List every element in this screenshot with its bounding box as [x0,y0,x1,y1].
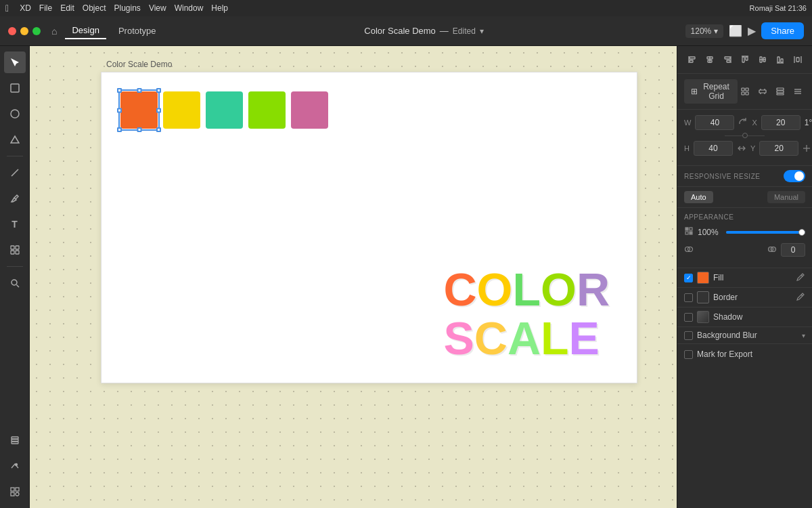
rectangle-tool[interactable] [4,77,26,99]
swatch-1[interactable] [163,91,200,129]
w-input[interactable] [695,115,734,130]
export-checkbox[interactable] [684,350,693,359]
h-input[interactable] [694,141,733,156]
opacity-slider[interactable] [726,231,805,234]
pen-tool[interactable] [4,188,26,209]
menu-xd[interactable]: XD [20,3,31,13]
rotation-value: 1° [805,118,812,127]
auto-resize-btn[interactable]: Auto [684,191,713,203]
line-tool[interactable] [4,162,26,184]
fill-eyedropper-icon[interactable] [796,272,805,284]
ellipse-tool[interactable] [4,103,26,125]
share-button[interactable]: Share [761,22,804,39]
svg-rect-24 [725,57,730,59]
home-icon[interactable]: ⌂ [51,26,57,37]
fill-checkbox[interactable]: ✓ [684,274,693,282]
y-input[interactable] [759,141,798,156]
shadow-checkbox[interactable] [684,313,693,322]
layers-icon[interactable] [4,429,26,451]
zoom-tool[interactable] [4,272,26,294]
ungroup-icon-btn[interactable] [755,84,770,99]
component-tool[interactable] [4,239,26,261]
align-right-btn[interactable] [719,51,736,68]
zoom-control[interactable]: 120% ▾ [685,24,724,38]
triangle-tool[interactable] [4,129,26,150]
flip-icon[interactable] [737,144,746,153]
handle-top-center[interactable] [137,88,141,93]
swatch-3[interactable] [248,91,286,129]
dropdown-chevron-icon[interactable]: ▾ [480,26,484,36]
handle-top-left[interactable] [117,88,122,93]
link-icon[interactable] [742,133,748,138]
swatch-4[interactable] [291,91,328,129]
border-eyedropper-icon[interactable] [796,292,805,303]
align-top-btn[interactable] [737,51,753,68]
prop-row-w: W X 1° [684,115,805,130]
border-color-swatch[interactable] [697,291,709,303]
more-props-icon[interactable] [803,141,811,156]
align-bottom-btn[interactable] [772,51,788,68]
border-checkbox[interactable] [684,293,693,302]
canvas-area[interactable]: Color Scale Demo [30,46,677,508]
more-icon-btn[interactable] [790,84,805,99]
swatch-2[interactable] [206,91,243,129]
blend-number-input[interactable] [781,243,805,257]
fill-color-swatch[interactable] [697,272,709,284]
svg-point-7 [12,280,17,285]
handle-bot-right[interactable] [156,127,161,132]
h-label: H [684,144,690,152]
menu-help[interactable]: Help [211,3,228,13]
svg-line-2 [12,169,18,176]
menu-window[interactable]: Window [175,3,204,13]
align-left-btn[interactable] [684,51,700,68]
svg-rect-4 [16,246,19,249]
letter-r: R [577,263,610,315]
bg-blur-checkbox[interactable] [684,331,693,340]
svg-point-16 [16,492,19,496]
handle-top-right[interactable] [156,88,161,93]
shadow-color-swatch[interactable] [697,311,709,323]
stack-icon-btn[interactable] [773,84,788,99]
y-label: Y [750,144,755,152]
opacity-icon [684,226,694,238]
play-icon[interactable]: ▶ [748,24,756,37]
swatch-0-selected[interactable] [120,91,158,129]
letter-e: E [569,312,600,364]
component-icon-btn[interactable] [738,84,752,99]
handle-mid-left[interactable] [117,108,122,112]
bg-blur-chevron-icon[interactable]: ▾ [802,332,805,339]
plugins-icon[interactable] [4,481,26,503]
tab-prototype[interactable]: Prototype [112,23,163,39]
opacity-slider-fill [726,231,805,234]
responsive-toggle[interactable] [784,170,805,182]
manual-resize-btn[interactable]: Manual [767,191,805,203]
menu-file[interactable]: File [39,3,52,13]
align-center-h-btn[interactable] [702,51,718,68]
minimize-button[interactable] [20,27,28,35]
repeat-grid-label: Repeat Grid [702,82,731,101]
device-preview-icon[interactable]: ⬜ [729,24,742,37]
svg-rect-19 [690,60,693,62]
align-center-v-btn[interactable] [754,51,771,68]
select-tool[interactable] [4,51,26,73]
menu-edit[interactable]: Edit [60,3,74,13]
menu-plugins[interactable]: Plugins [114,3,141,13]
menu-object[interactable]: Object [83,3,106,13]
handle-mid-right[interactable] [156,108,161,112]
menu-view[interactable]: View [149,3,166,13]
distribute-h-btn[interactable] [790,51,806,68]
tab-design[interactable]: Design [65,22,106,39]
assets-icon[interactable] [4,455,26,477]
handle-bot-left[interactable] [117,127,122,132]
artboard[interactable]: COLOR SCALE [101,72,637,383]
resize-mode-row: Auto Manual [677,187,812,208]
repeat-grid-button[interactable]: ⊞ Repeat Grid [684,79,738,104]
handle-bot-center[interactable] [137,127,141,132]
opacity-slider-thumb[interactable] [798,229,805,236]
rotate-icon[interactable] [738,118,748,127]
fullscreen-button[interactable] [32,27,41,35]
x-input[interactable] [761,115,800,130]
props-section: W X 1° H Y [677,110,812,166]
close-button[interactable] [8,27,16,35]
text-tool[interactable]: T [4,213,26,235]
